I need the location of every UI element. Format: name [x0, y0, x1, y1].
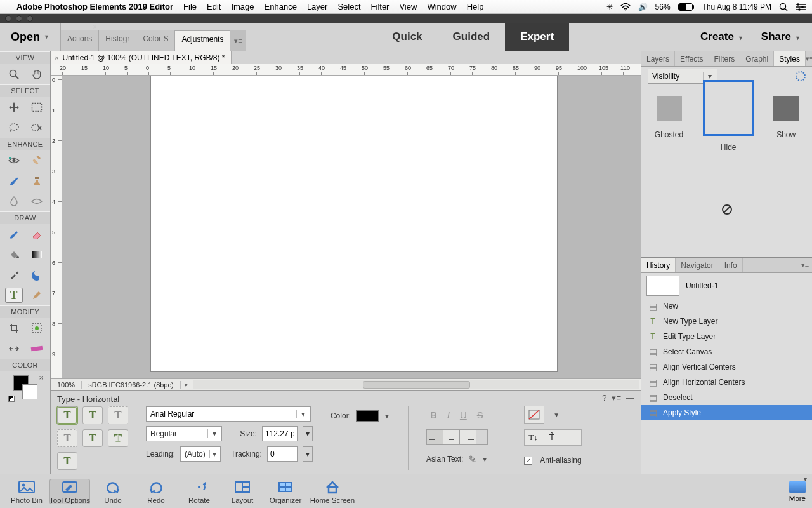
straighten-tool[interactable] [28, 341, 46, 356]
warp-dropdown[interactable]: ▼ [553, 411, 560, 418]
panel-tab-color-swatches[interactable]: Color S [136, 30, 175, 51]
tab-graphics[interactable]: Graphi [740, 51, 774, 66]
type-color-swatch[interactable] [356, 410, 379, 422]
text-orientation-horizontal[interactable]: T↓ [528, 432, 537, 443]
wifi-icon[interactable] [620, 3, 631, 11]
move-tool[interactable] [5, 100, 23, 115]
zoom-readout[interactable]: 100% [51, 381, 82, 389]
anti-alias-checkbox[interactable]: ✓ [524, 457, 532, 465]
traffic-light-zoom[interactable] [27, 15, 33, 22]
traffic-light-minimize[interactable] [16, 15, 22, 22]
panel-tab-histogram[interactable]: Histogr [99, 30, 136, 51]
history-item[interactable]: ▤Align Horizontal Centers [641, 375, 812, 390]
history-item[interactable]: ▤Align Vertical Centers [641, 359, 812, 375]
volume-icon[interactable]: 🔊 [638, 3, 648, 11]
history-document-row[interactable]: Untitled-1 [641, 273, 812, 298]
font-style-select[interactable]: Regular▾ [146, 426, 222, 441]
lasso-tool[interactable] [5, 120, 23, 135]
traffic-light-close[interactable] [5, 15, 11, 22]
paint-bucket-tool[interactable] [5, 247, 23, 262]
mode-guided[interactable]: Guided [438, 23, 506, 51]
task-undo[interactable]: Undo [93, 479, 133, 504]
task-rotate[interactable]: Rotate [179, 479, 219, 504]
menu-layer[interactable]: Layer [307, 2, 328, 11]
task-redo[interactable]: Redo [136, 479, 176, 504]
canvas-area[interactable] [62, 76, 641, 378]
panel-close-icon[interactable]: — [626, 393, 634, 403]
history-item[interactable]: TEdit Type Layer [641, 329, 812, 344]
brush-tool[interactable] [5, 227, 23, 242]
history-item[interactable]: TNew Type Layer [641, 314, 812, 329]
style-category-show[interactable]: Show [773, 96, 799, 152]
menu-file[interactable]: File [183, 2, 197, 11]
menu-window[interactable]: Window [427, 2, 456, 11]
task-layout[interactable]: Layout [222, 479, 263, 504]
tracking-stepper[interactable]: ▾ [303, 446, 313, 462]
marquee-tool[interactable] [28, 100, 46, 115]
style-category-hide[interactable]: Hide [705, 96, 752, 152]
battery-icon[interactable] [678, 3, 695, 11]
style-category-ghosted[interactable]: Ghosted [655, 96, 683, 152]
type-mask-horizontal-variant[interactable]: T [108, 406, 128, 424]
type-mask-vertical-variant[interactable]: T [57, 429, 77, 447]
history-item[interactable]: ▤New [641, 298, 812, 314]
bottom-tabs-overflow[interactable]: ▾≡ [798, 258, 812, 272]
italic-button[interactable]: I [443, 408, 454, 422]
content-aware-move-tool[interactable] [5, 341, 23, 356]
panel-tab-adjustments[interactable]: Adjustments [175, 30, 230, 51]
type-vertical-variant[interactable]: T [82, 406, 103, 424]
color-profile-readout[interactable]: sRGB IEC61966-2.1 (8bpc) [82, 381, 181, 389]
gradient-tool[interactable] [28, 247, 46, 262]
panel-tab-actions[interactable]: Actions× [61, 30, 99, 51]
mode-quick[interactable]: Quick [377, 23, 437, 51]
control-center-icon[interactable] [796, 3, 806, 11]
tab-filters[interactable]: Filters [709, 51, 741, 66]
background-color-swatch[interactable] [22, 384, 37, 399]
tab-navigator[interactable]: Navigator [676, 258, 719, 272]
font-size-input[interactable] [262, 426, 298, 441]
default-colors-icon[interactable] [8, 396, 15, 402]
task-home-screen[interactable]: Home Screen [308, 479, 357, 504]
task-tool-options[interactable]: Tool Options [49, 479, 90, 504]
align-center-button[interactable] [443, 430, 460, 444]
menu-enhance[interactable]: Enhance [265, 2, 297, 11]
tab-styles[interactable]: Styles [774, 51, 806, 66]
document-tab[interactable]: × Untitled-1 @ 100% (OUTLINED TEXT, RGB/… [51, 51, 232, 64]
font-size-stepper[interactable]: ▾ [303, 426, 313, 441]
panel-menu-icon[interactable]: ▾≡ [612, 393, 621, 403]
horizontal-scrollbar[interactable] [193, 380, 639, 389]
menu-image[interactable]: Image [231, 2, 254, 11]
pencil-tool[interactable] [28, 288, 46, 303]
task-more[interactable]: More ▼ [789, 481, 806, 502]
underline-button[interactable]: U [456, 408, 471, 422]
type-on-selection-variant[interactable]: T [57, 452, 77, 470]
menu-edit[interactable]: Edit [207, 2, 221, 11]
create-button[interactable]: Create▼ [700, 30, 743, 43]
strikethrough-button[interactable]: S [473, 408, 487, 422]
menu-select[interactable]: Select [337, 2, 360, 11]
panel-tabs-overflow[interactable]: ▾≡ [230, 30, 246, 51]
align-left-button[interactable] [427, 430, 443, 444]
type-tool[interactable]: T [5, 288, 23, 303]
font-family-select[interactable]: Arial Regular▾ [146, 406, 311, 422]
quick-select-tool[interactable] [28, 120, 46, 135]
swap-colors-icon[interactable]: ⤭ [39, 374, 44, 381]
clone-stamp-tool[interactable] [28, 173, 46, 189]
type-on-shape-variant[interactable]: T [108, 429, 128, 447]
type-horizontal-variant[interactable]: T [57, 406, 77, 424]
mode-expert[interactable]: Expert [505, 23, 569, 51]
open-button[interactable]: Open▼ [0, 23, 61, 51]
sponge-tool[interactable] [28, 194, 46, 209]
eraser-tool[interactable] [28, 227, 46, 242]
zoom-tool[interactable] [5, 67, 23, 82]
menu-help[interactable]: Help [467, 2, 484, 11]
warp-text-button[interactable] [524, 406, 544, 424]
text-orientation-vertical[interactable]: T̂ [549, 432, 554, 443]
eyedropper-tool[interactable] [5, 267, 23, 283]
type-on-path-variant[interactable]: T [82, 429, 103, 447]
close-tab-icon[interactable]: × [55, 54, 58, 62]
share-button[interactable]: Share▼ [761, 30, 801, 43]
leading-select[interactable]: (Auto)▾ [180, 446, 221, 462]
spot-heal-tool[interactable] [28, 153, 46, 168]
tab-info[interactable]: Info [719, 258, 743, 272]
